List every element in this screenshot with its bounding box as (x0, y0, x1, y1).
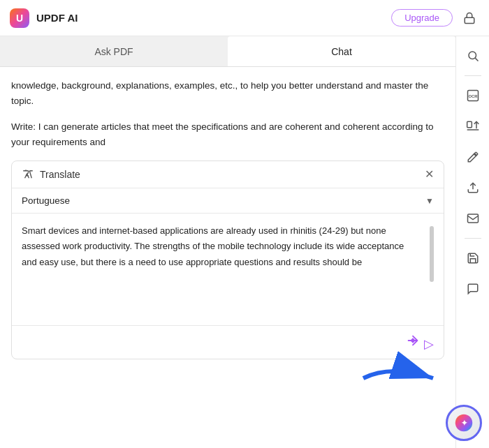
svg-rect-2 (465, 17, 474, 23)
sidebar-mail-button[interactable] (459, 204, 487, 232)
sidebar-comment-button[interactable] (459, 275, 487, 303)
updf-logo-icon: U (8, 7, 31, 29)
tab-chat[interactable]: Chat (228, 36, 455, 66)
fab-icon: ✦ (454, 413, 474, 433)
tab-ask-pdf[interactable]: Ask PDF (0, 36, 228, 66)
mail-icon (467, 212, 479, 225)
lock-icon[interactable] (458, 7, 481, 29)
app-title: UPDF AI (36, 12, 78, 24)
send-button[interactable]: ▷ (405, 333, 434, 352)
translate-icon (22, 168, 34, 181)
upgrade-button[interactable]: Upgrade (391, 9, 453, 27)
chat-message-2: Write: I can generate articles that meet… (11, 119, 444, 149)
translate-close-button[interactable]: ✕ (425, 169, 434, 180)
content-panel: Ask PDF Chat knowledge, background, expl… (0, 36, 455, 448)
translate-card-header: Translate ✕ (12, 161, 444, 188)
sidebar-divider-1 (465, 75, 481, 76)
fab-button[interactable]: ✦ (446, 405, 482, 441)
save-icon (467, 252, 479, 264)
ocr-icon: OCR (466, 89, 480, 103)
sidebar-divider-2 (465, 238, 481, 239)
tab-bar: Ask PDF Chat (0, 36, 455, 67)
comment-icon (467, 283, 479, 295)
sidebar-upload-button[interactable] (459, 174, 487, 202)
upload-icon (467, 181, 479, 194)
sidebar-save-button[interactable] (459, 244, 487, 272)
translate-title-area: Translate (22, 168, 80, 181)
svg-text:✦: ✦ (461, 419, 467, 427)
svg-text:U: U (16, 13, 23, 24)
svg-rect-10 (467, 214, 478, 223)
svg-line-5 (475, 58, 478, 61)
chat-content[interactable]: knowledge, background, explanations, exa… (0, 67, 455, 448)
send-icon (405, 333, 421, 348)
scrollbar[interactable] (430, 226, 434, 282)
language-select[interactable]: Portuguese ▼ (12, 188, 444, 214)
translate-card: Translate ✕ Portuguese ▼ Smart devices a… (11, 160, 444, 359)
translate-content-area: Smart devices and internet-based applica… (12, 214, 444, 325)
svg-rect-8 (467, 121, 472, 127)
header: U UPDF AI Upgrade (0, 0, 489, 36)
edit-icon (467, 151, 479, 163)
sidebar-convert-button[interactable] (459, 112, 487, 140)
input-area: ▷ (12, 325, 444, 359)
sidebar-edit-button[interactable] (459, 143, 487, 171)
logo-area: U UPDF AI (8, 7, 391, 29)
sidebar-ocr-button[interactable]: OCR (459, 82, 487, 110)
svg-point-4 (469, 52, 476, 59)
chat-message-1: knowledge, background, explanations, exa… (11, 78, 444, 108)
right-sidebar: OCR (455, 36, 489, 448)
translate-title: Translate (40, 169, 80, 180)
sidebar-search-button[interactable] (459, 42, 487, 70)
translated-text: Smart devices and internet-based applica… (22, 223, 430, 315)
header-actions: Upgrade (391, 7, 481, 29)
convert-icon (466, 119, 480, 133)
main-area: Ask PDF Chat knowledge, background, expl… (0, 36, 489, 448)
chevron-down-icon: ▼ (425, 196, 434, 206)
svg-text:OCR: OCR (468, 94, 478, 98)
selected-language: Portuguese (22, 195, 70, 206)
